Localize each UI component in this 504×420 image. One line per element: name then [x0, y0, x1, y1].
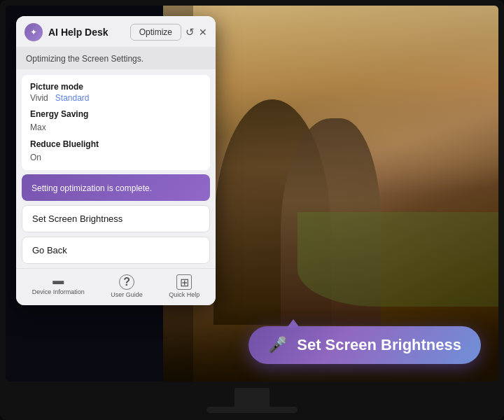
- mic-icon: 🎤: [268, 336, 287, 354]
- tv-screen: ✦ AI Help Desk Optimize ↺ ✕ Optimizing t…: [6, 6, 498, 382]
- setting-value-max: Max: [30, 122, 46, 132]
- setting-values: Max: [30, 120, 202, 133]
- completion-banner: Setting optimization is complete.: [22, 174, 210, 201]
- footer-device-info[interactable]: ▬ Device Information: [32, 274, 85, 298]
- setting-label: Energy Saving: [30, 109, 202, 119]
- setting-item-bluelight: Reduce Bluelight On: [30, 139, 202, 163]
- voice-bubble-text: Set Screen Brightness: [297, 336, 461, 354]
- setting-item-energy: Energy Saving Max: [30, 109, 202, 133]
- tv-stand-neck: [234, 388, 270, 407]
- tv-body: ✦ AI Help Desk Optimize ↺ ✕ Optimizing t…: [0, 0, 504, 420]
- user-guide-label: User Guide: [111, 291, 143, 298]
- footer-quick-help[interactable]: ⊞ Quick Help: [169, 274, 200, 298]
- subheader-text: Optimizing the Screen Settings.: [26, 54, 144, 64]
- user-guide-icon: ?: [119, 274, 134, 290]
- settings-container: Picture mode Vivid Standard Energy Savin…: [22, 75, 210, 170]
- setting-value-standard: Standard: [55, 93, 90, 103]
- setting-item-picture-mode: Picture mode Vivid Standard: [30, 82, 202, 103]
- voice-bubble: 🎤 Set Screen Brightness: [248, 326, 481, 364]
- ai-icon: ✦: [30, 27, 37, 37]
- device-info-icon: ▬: [52, 274, 64, 287]
- reset-button[interactable]: ↺: [186, 26, 195, 38]
- panel-header: ✦ AI Help Desk Optimize ↺ ✕: [16, 16, 216, 47]
- setting-value-vivid: Vivid: [30, 93, 48, 103]
- setting-label: Picture mode: [30, 82, 202, 92]
- quick-help-icon: ⊞: [176, 274, 192, 290]
- panel-footer: ▬ Device Information ? User Guide ⊞ Quic…: [16, 268, 216, 305]
- panel-title: AI Help Desk: [48, 27, 108, 38]
- ai-logo: ✦: [24, 23, 43, 41]
- help-desk-panel: ✦ AI Help Desk Optimize ↺ ✕ Optimizing t…: [16, 16, 216, 305]
- setting-value-on: On: [30, 153, 41, 162]
- close-button[interactable]: ✕: [199, 27, 207, 38]
- completion-text: Setting optimization is complete.: [31, 183, 152, 193]
- device-info-label: Device Information: [32, 288, 85, 295]
- setting-label: Reduce Bluelight: [30, 139, 202, 149]
- subheader-bar: Optimizing the Screen Settings.: [16, 47, 216, 69]
- go-back-button[interactable]: Go Back: [22, 237, 210, 264]
- tv-stand-base: [206, 407, 298, 413]
- quick-help-label: Quick Help: [169, 291, 200, 298]
- optimize-button[interactable]: Optimize: [130, 24, 181, 41]
- setting-values: Vivid Standard: [30, 93, 202, 103]
- set-brightness-button[interactable]: Set Screen Brightness: [22, 205, 210, 232]
- footer-user-guide[interactable]: ? User Guide: [111, 274, 143, 298]
- setting-values: On: [30, 150, 202, 163]
